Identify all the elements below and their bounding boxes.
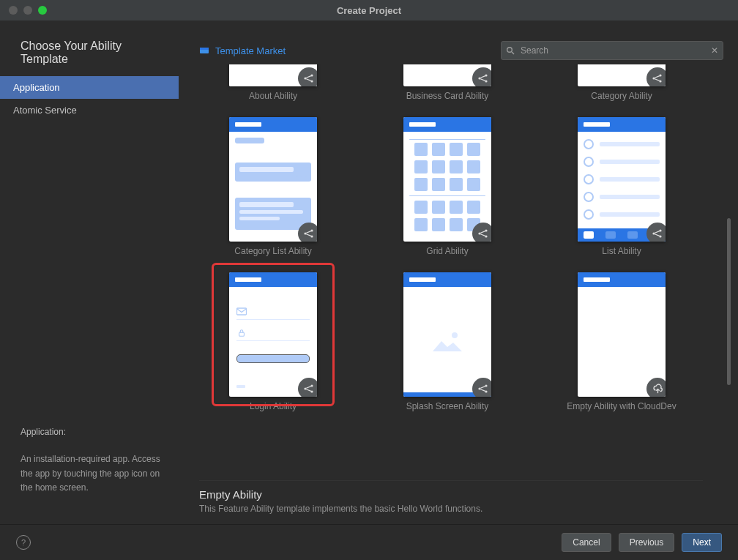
next-button[interactable]: Next — [682, 533, 722, 552]
search-box[interactable]: ✕ — [501, 41, 723, 60]
template-label: Splash Screen Ability — [406, 401, 489, 411]
template-list-ability[interactable]: List Ability — [548, 117, 696, 256]
svg-line-3 — [512, 52, 514, 54]
svg-point-13 — [304, 232, 306, 234]
share-icon — [472, 67, 491, 86]
svg-point-24 — [304, 387, 306, 389]
sidebar-description: Application: An installation-required ap… — [0, 425, 179, 524]
template-label: List Ability — [602, 246, 641, 256]
template-label: Business Card Ability — [406, 91, 489, 101]
search-clear-icon[interactable]: ✕ — [711, 45, 718, 56]
svg-point-19 — [652, 232, 655, 234]
template-market-link[interactable]: Template Market — [199, 45, 286, 56]
sidebar: Choose Your Ability Template Application… — [0, 20, 179, 524]
svg-rect-1 — [200, 48, 209, 50]
template-about-ability[interactable]: About Ability — [199, 64, 347, 101]
share-icon — [298, 378, 317, 397]
titlebar: Create Project — [0, 0, 738, 21]
sidebar-item-atomic-service[interactable]: Atomic Service — [0, 99, 179, 122]
window-title: Create Project — [0, 5, 738, 16]
template-market-label: Template Market — [215, 45, 286, 56]
scrollbar-thumb[interactable] — [727, 218, 731, 385]
right-panel: Template Market ✕ — [179, 20, 738, 524]
sidebar-item-application[interactable]: Application — [0, 76, 179, 99]
svg-point-16 — [478, 232, 480, 234]
share-icon — [298, 67, 317, 86]
help-icon[interactable]: ? — [16, 535, 31, 550]
template-login-ability[interactable]: Login Ability — [199, 272, 347, 411]
template-business-card-ability[interactable]: Business Card Ability — [373, 64, 521, 101]
section-title: Empty Ability — [199, 488, 703, 501]
template-label: Category Ability — [591, 91, 652, 101]
share-icon — [298, 223, 317, 242]
share-icon — [472, 378, 491, 397]
lock-icon — [236, 329, 247, 337]
search-icon — [506, 46, 515, 55]
template-label: Grid Ability — [426, 246, 468, 256]
sidebar-desc-label: Application: — [20, 425, 161, 439]
template-empty-ability-clouddev[interactable]: Empty Ability with CloudDev — [548, 272, 696, 411]
search-input[interactable] — [519, 45, 707, 56]
template-label: About Ability — [249, 91, 297, 101]
mail-icon — [236, 307, 247, 316]
footer: ? Cancel Previous Next — [0, 524, 738, 560]
templates-scrollbar[interactable] — [727, 108, 731, 422]
svg-point-2 — [507, 48, 512, 53]
svg-rect-23 — [239, 332, 245, 336]
template-grid-ability[interactable]: Grid Ability — [373, 117, 521, 256]
svg-point-28 — [478, 387, 480, 389]
share-icon — [646, 223, 666, 242]
template-category-ability[interactable]: Category Ability — [548, 64, 696, 101]
cloud-icon — [646, 378, 666, 397]
svg-point-7 — [478, 77, 480, 79]
template-label: Category List Ability — [234, 246, 311, 256]
template-splash-screen-ability[interactable]: Splash Screen Ability — [373, 272, 521, 411]
template-label: Empty Ability with CloudDev — [567, 401, 676, 411]
svg-point-4 — [304, 77, 306, 79]
sidebar-heading: Choose Your Ability Template — [0, 20, 179, 76]
cancel-button[interactable]: Cancel — [562, 533, 611, 552]
svg-point-10 — [652, 77, 655, 79]
section-subtitle: This Feature Ability template implements… — [199, 504, 703, 514]
svg-point-27 — [452, 332, 458, 338]
share-icon — [646, 67, 666, 86]
marketplace-icon — [199, 45, 209, 56]
template-label: Login Ability — [250, 401, 297, 411]
previous-button[interactable]: Previous — [619, 533, 675, 552]
template-category-list-ability[interactable]: Category List Ability — [199, 117, 347, 256]
share-icon — [472, 223, 491, 242]
image-icon — [431, 329, 463, 354]
sidebar-desc-text: An installation-required app. Access the… — [20, 452, 161, 495]
